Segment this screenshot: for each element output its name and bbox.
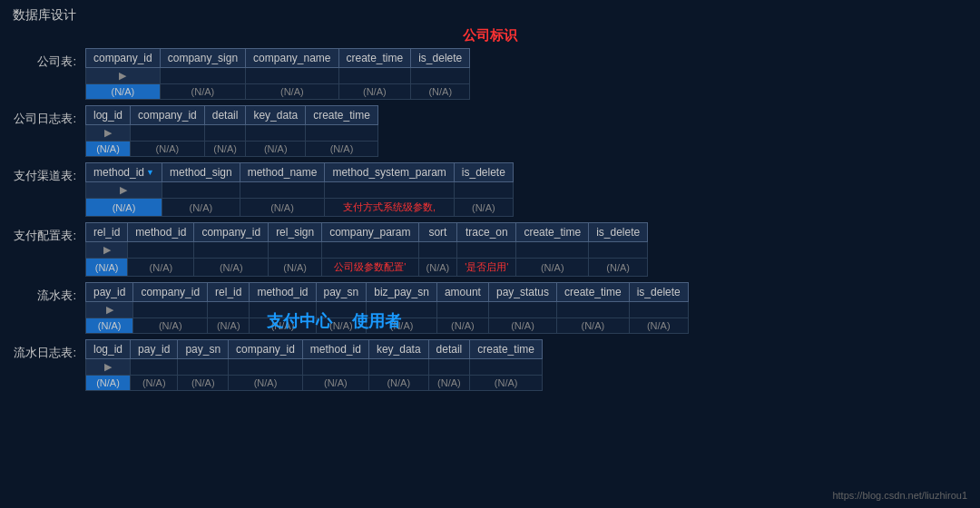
company-table: company_id company_sign company_name cre… (85, 48, 470, 100)
col-detail: detail (428, 340, 470, 359)
col-create-time: create_time (516, 223, 589, 242)
payment-config-table-section: 支付配置表: rel_id method_id company_id rel_s… (13, 222, 967, 277)
col-detail: detail (204, 106, 246, 125)
cell: (N/A) (162, 199, 240, 217)
col-pay-sn: pay_sn (178, 340, 229, 359)
cell: (N/A) (411, 84, 470, 100)
col-log-id: log_id (86, 340, 131, 359)
cell: (N/A) (367, 318, 437, 334)
cell: (N/A) (178, 376, 229, 391)
col-method-id: method_id (128, 223, 194, 242)
company-log-table: log_id company_id detail key_data create… (85, 105, 378, 157)
cell: (N/A) (208, 318, 250, 334)
cell: (N/A) (589, 259, 648, 277)
cell (204, 125, 246, 142)
cell: (N/A) (338, 84, 411, 100)
cell (516, 242, 589, 259)
cell (160, 68, 245, 84)
cell-highlighted: (N/A) (86, 142, 131, 157)
transaction-table-container: pay_id company_id rel_id method_id pay_s… (85, 282, 689, 334)
cell-red: 公司级参数配置' (322, 259, 418, 277)
col-method-system-param: method_system_param (325, 163, 454, 182)
col-is-delete: is_delete (411, 49, 470, 68)
col-trace-on: trace_on (457, 223, 516, 242)
cell: (N/A) (470, 376, 543, 391)
col-company-id: company_id (229, 340, 303, 359)
cell (428, 359, 470, 376)
cell (367, 302, 437, 318)
arrow-cell: ▶ (86, 242, 128, 259)
cell: (N/A) (131, 142, 205, 157)
cell-highlighted: (N/A) (86, 376, 131, 391)
col-pay-id: pay_id (86, 283, 133, 302)
payment-channel-table-section: 支付渠道表: method_id ▼ method_sign method_na… (13, 162, 967, 217)
col-company-id: company_id (194, 223, 269, 242)
cell-red: 支付方式系统级参数, (325, 199, 454, 217)
col-pay-sn: pay_sn (316, 283, 367, 302)
cell (131, 359, 178, 376)
cell-highlighted: (N/A) (86, 84, 161, 100)
cell: (N/A) (368, 376, 428, 391)
col-company-id: company_id (86, 49, 161, 68)
col-create-time: create_time (306, 106, 378, 125)
cell: (N/A) (316, 318, 367, 334)
col-is-delete: is_delete (589, 223, 648, 242)
cell (557, 302, 630, 318)
transaction-log-table: log_id pay_id pay_sn company_id method_i… (85, 339, 543, 391)
gongsi-biaoshi-label: 公司标识 (463, 27, 517, 43)
arrow-cell: ▶ (86, 302, 133, 318)
payment-config-table-label: 支付配置表: (13, 222, 85, 244)
col-rel-id: rel_id (208, 283, 250, 302)
cell: (N/A) (229, 376, 303, 391)
cell-highlighted: (N/A) (86, 259, 128, 277)
cell: (N/A) (454, 199, 513, 217)
cell (338, 68, 411, 84)
cell (229, 359, 303, 376)
col-rel-id: rel_id (86, 223, 128, 242)
cell-highlighted: (N/A) (86, 199, 162, 217)
cell: (N/A) (194, 259, 269, 277)
cell (629, 302, 688, 318)
col-pay-id: pay_id (131, 340, 178, 359)
cell (418, 242, 457, 259)
col-key-data: key_data (368, 340, 428, 359)
company-log-table-label: 公司日志表: (13, 105, 85, 127)
col-company-sign: company_sign (160, 49, 245, 68)
cell: (N/A) (246, 84, 338, 100)
cell: (N/A) (516, 259, 589, 277)
cell: (N/A) (428, 376, 470, 391)
col-sort: sort (418, 223, 457, 242)
cell (454, 182, 513, 199)
cell (162, 182, 240, 199)
cell (470, 359, 543, 376)
cell (269, 242, 322, 259)
col-company-param: company_param (322, 223, 418, 242)
col-rel-sign: rel_sign (269, 223, 322, 242)
cell: (N/A) (204, 142, 246, 157)
col-company-name: company_name (246, 49, 338, 68)
payment-config-table: rel_id method_id company_id rel_sign com… (85, 222, 648, 277)
col-method-name: method_name (240, 163, 325, 182)
col-log-id: log_id (86, 106, 131, 125)
cell: (N/A) (488, 318, 556, 334)
col-company-id: company_id (131, 106, 205, 125)
transaction-log-table-label: 流水日志表: (13, 339, 85, 361)
arrow-cell: ▶ (86, 359, 131, 376)
col-company-id: company_id (133, 283, 208, 302)
cell (246, 68, 338, 84)
col-pay-status: pay_status (488, 283, 556, 302)
arrow-cell: ▶ (86, 68, 161, 84)
payment-config-table-container: rel_id method_id company_id rel_sign com… (85, 222, 648, 277)
col-key-data: key_data (246, 106, 306, 125)
col-create-time: create_time (557, 283, 630, 302)
payment-channel-table: method_id ▼ method_sign method_name meth… (85, 162, 514, 217)
company-log-table-section: 公司日志表: log_id company_id detail key_data… (13, 105, 967, 157)
transaction-table-label: 流水表: (13, 282, 85, 304)
company-table-section: 公司表: company_id company_sign company_nam… (13, 48, 967, 100)
cell: (N/A) (269, 259, 322, 277)
col-method-id: method_id (302, 340, 368, 359)
cell: (N/A) (160, 84, 245, 100)
cell: (N/A) (436, 318, 488, 334)
col-method-sign: method_sign (162, 163, 240, 182)
cell (325, 182, 454, 199)
